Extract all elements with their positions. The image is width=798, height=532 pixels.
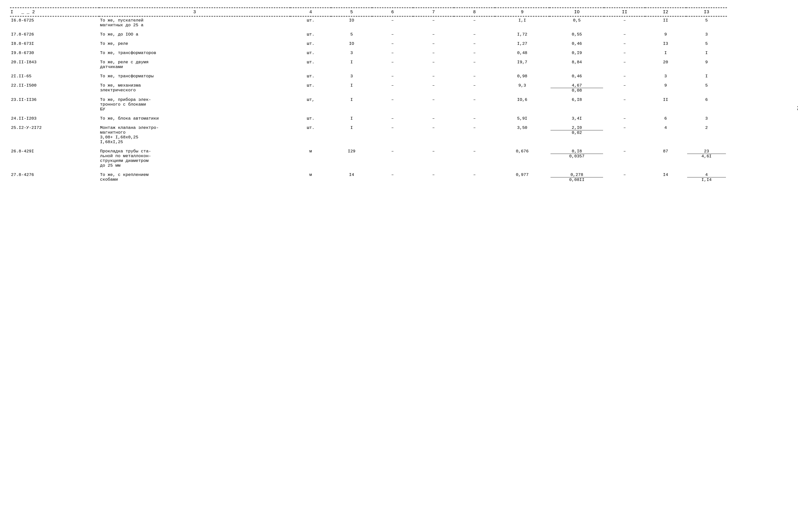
- cell-col5: –: [372, 16, 413, 29]
- table-row: 22.II-I500То же, механизма электрическог…: [10, 81, 768, 94]
- cell-col10: –: [604, 147, 645, 169]
- table-row: I9.8-6730То же, трансформаторовшт.3–––0,…: [10, 49, 768, 57]
- cell-col8: 0,676: [495, 147, 550, 169]
- cell-col5: –: [372, 72, 413, 80]
- cell-desc: Монтаж клапана электро- магнитного 3,08+…: [99, 124, 290, 146]
- cell-id: 2I.II-65: [10, 72, 99, 80]
- col-header-13: I3: [686, 8, 727, 16]
- col-header-12: I2: [645, 8, 686, 16]
- col-header-8: 8: [454, 8, 495, 16]
- cell-col9: 0,I80,0357: [550, 147, 604, 169]
- cell-col8: IO,6: [495, 96, 550, 113]
- cell-col13: [727, 147, 768, 169]
- cell-col13: [727, 96, 768, 113]
- cell-unit: шт.: [290, 81, 331, 94]
- cell-id: 23.II-II36: [10, 96, 99, 113]
- cell-col12: 234,6I: [686, 147, 727, 169]
- cell-id: 27.8-4276: [10, 171, 99, 184]
- cell-unit: шт.: [290, 49, 331, 57]
- cell-col11: 9: [645, 81, 686, 94]
- cell-col10: –: [604, 16, 645, 29]
- cell-col8: I9,7: [495, 58, 550, 71]
- cell-unit: шт.: [290, 40, 331, 48]
- cell-col6: –: [413, 81, 454, 94]
- cell-col13: [727, 49, 768, 57]
- cell-col6: –: [413, 58, 454, 71]
- cell-id: 24.II-I203: [10, 115, 99, 122]
- cell-col11: 20: [645, 58, 686, 71]
- cell-col7: –: [454, 115, 495, 122]
- cell-col9: 0,2780,08II: [550, 171, 604, 184]
- cell-id: 26.8-429I: [10, 147, 99, 169]
- page-container: I _ _ 2 3 4 5 6 7 8 9 IO II I2 I3 I6.8-6…: [10, 7, 788, 185]
- col-header-3: 3: [99, 8, 290, 16]
- cell-id: I7.8-6726: [10, 31, 99, 38]
- cell-desc: То же, трансформаторы: [99, 72, 290, 80]
- cell-col10: –: [604, 31, 645, 38]
- cell-col8: 0,48: [495, 49, 550, 57]
- cell-col9: 0,55: [550, 31, 604, 38]
- cell-col11: I4: [645, 171, 686, 184]
- cell-unit: шт,: [290, 96, 331, 113]
- cell-col7: –: [454, 16, 495, 29]
- cell-col7: –: [454, 147, 495, 169]
- cell-col6: –: [413, 40, 454, 48]
- cell-col8: 3,50: [495, 124, 550, 146]
- cell-col8: 0,98: [495, 72, 550, 80]
- cell-col12: 5: [686, 40, 727, 48]
- cell-col7: –: [454, 58, 495, 71]
- cell-desc: То же, механизма электрического: [99, 81, 290, 94]
- table-row: 25.I2-У-2I72Монтаж клапана электро- магн…: [10, 124, 768, 146]
- cell-col12: 4I,I4: [686, 171, 727, 184]
- cell-col6: –: [413, 72, 454, 80]
- cell-col9: 6,I8: [550, 96, 604, 113]
- cell-col5: –: [372, 115, 413, 122]
- table-row: I6.8-6725То же, пускателей магнитных до …: [10, 16, 768, 29]
- table-row: 27.8-4276То же, с креплением скобамимI4–…: [10, 171, 768, 184]
- cell-unit: м: [290, 147, 331, 169]
- cell-desc: То же, реле с двумя датчиками: [99, 58, 290, 71]
- cell-desc: То же, прибора элек- тронного с блоками …: [99, 96, 290, 113]
- cell-col11: I3: [645, 40, 686, 48]
- cell-col10: –: [604, 58, 645, 71]
- cell-col5: –: [372, 58, 413, 71]
- cell-col10: –: [604, 81, 645, 94]
- cell-col12: 2: [686, 124, 727, 146]
- cell-col6: –: [413, 16, 454, 29]
- cell-col13: [727, 115, 768, 122]
- col-header-7: 7: [413, 8, 454, 16]
- cell-col12: 5: [686, 81, 727, 94]
- cell-col11: 3: [645, 72, 686, 80]
- cell-col9: 0,5: [550, 16, 604, 29]
- cell-col8: I,I: [495, 16, 550, 29]
- cell-col13: [727, 124, 768, 146]
- main-table: I _ _ 2 3 4 5 6 7 8 9 IO II I2 I3 I6.8-6…: [10, 7, 768, 185]
- cell-col10: –: [604, 96, 645, 113]
- cell-col7: –: [454, 171, 495, 184]
- cell-col8: I,27: [495, 40, 550, 48]
- cell-col11: 4: [645, 124, 686, 146]
- cell-col13: [727, 58, 768, 71]
- cell-col6: –: [413, 171, 454, 184]
- cell-col4: I: [331, 115, 372, 122]
- table-body: I6.8-6725То же, пускателей магнитных до …: [10, 16, 768, 185]
- cell-col8: I,72: [495, 31, 550, 38]
- cell-col11: I: [645, 49, 686, 57]
- cell-col7: –: [454, 40, 495, 48]
- cell-col5: –: [372, 49, 413, 57]
- cell-col4: IO: [331, 16, 372, 29]
- cell-desc: То же, пускателей магнитных до 25 а: [99, 16, 290, 29]
- cell-col13: [727, 40, 768, 48]
- cell-col11: 6: [645, 115, 686, 122]
- col-header-1: I _ _ 2: [10, 8, 99, 16]
- cell-col8: 5,9I: [495, 115, 550, 122]
- cell-unit: шт.: [290, 16, 331, 29]
- cell-unit: шт.: [290, 72, 331, 80]
- cell-col4: 5: [331, 31, 372, 38]
- cell-col5: –: [372, 96, 413, 113]
- cell-col10: –: [604, 72, 645, 80]
- cell-col6: –: [413, 49, 454, 57]
- cell-col4: 3: [331, 72, 372, 80]
- cell-col7: –: [454, 49, 495, 57]
- cell-col10: –: [604, 40, 645, 48]
